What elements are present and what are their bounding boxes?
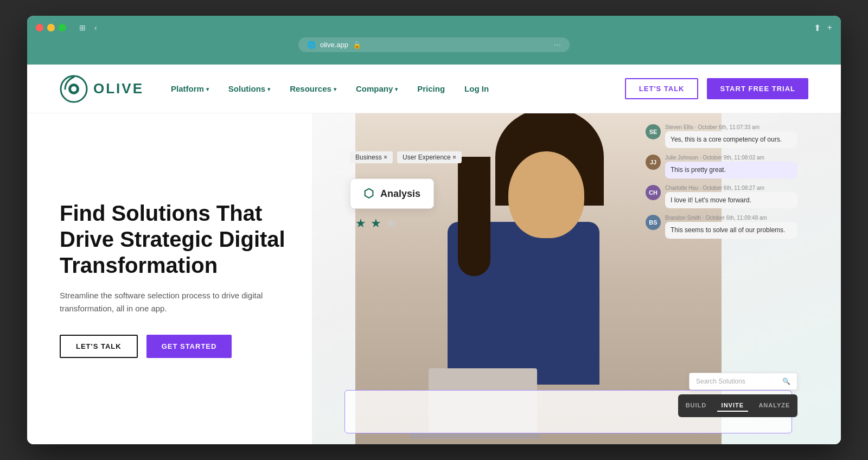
share-icon[interactable]: ⬆	[814, 23, 821, 33]
avatar-charlotte: CH	[646, 185, 661, 200]
hero-get-started-button[interactable]: GET STARTED	[146, 335, 232, 358]
chat-message-1: SE Steven Ellis · October 6th, 11:07:33 …	[646, 124, 797, 148]
hero-buttons: LET'S TALK GET STARTED	[60, 335, 309, 358]
browser-action-icons: ⬆ +	[814, 23, 832, 33]
chat-meta-4: Brandon Smith · October 6th, 11:09:48 am	[665, 215, 797, 221]
hero-visual: Business × User Experience × ⬡ Analysis …	[312, 113, 841, 444]
nav-company[interactable]: Company ▾	[356, 84, 398, 93]
chat-bubble-1: Yes, this is a core competency of ours.	[665, 131, 797, 148]
search-icon: 🔍	[782, 378, 790, 385]
chat-meta-3: Charlotte Hsu · October 6th, 11:08:27 am	[665, 185, 797, 191]
nav-login[interactable]: Log In	[464, 84, 489, 93]
svg-point-2	[71, 86, 76, 92]
browser-chrome: ⊞ ‹ ⬆ + 🌐 olive.app 🔒 ⋯	[27, 16, 841, 65]
globe-icon: 🌐	[307, 41, 316, 49]
hero-subtitle: Streamline the software selection proces…	[60, 289, 309, 315]
browser-window: ⊞ ‹ ⬆ + 🌐 olive.app 🔒 ⋯	[27, 16, 841, 444]
chat-message-4: BS Brandon Smith · October 6th, 11:09:48…	[646, 215, 797, 239]
nav-platform[interactable]: Platform ▾	[171, 84, 209, 93]
avatar-julie: JJ	[646, 155, 661, 170]
navigation: OLIVE Platform ▾ Solutions ▾ Resources ▾…	[27, 65, 841, 113]
lets-talk-button[interactable]: LET'S TALK	[625, 78, 699, 99]
chat-meta-2: Julie Johnson · October 9th, 11:08:02 am	[665, 155, 797, 161]
website-content: OLIVE Platform ▾ Solutions ▾ Resources ▾…	[27, 65, 841, 444]
search-placeholder: Search Solutions	[696, 378, 745, 385]
tag-business: Business ×	[350, 151, 393, 163]
tag-ux: User Experience ×	[397, 151, 462, 163]
more-icon: ⋯	[554, 41, 561, 49]
tab-invite[interactable]: INVITE	[717, 400, 748, 412]
hero-title: Find Solutions That Drive Strategic Digi…	[60, 200, 309, 278]
chat-panel: SE Steven Ellis · October 6th, 11:07:33 …	[646, 124, 797, 239]
chevron-down-icon: ▾	[206, 86, 209, 92]
hero-section: Find Solutions That Drive Strategic Digi…	[27, 113, 841, 444]
start-free-trial-button[interactable]: START FREE TRIAL	[707, 78, 808, 99]
browser-addressbar-row: 🌐 olive.app 🔒 ⋯	[27, 37, 841, 58]
minimize-button[interactable]	[47, 24, 55, 31]
logo-icon	[60, 75, 88, 103]
nav-cta-group: LET'S TALK START FREE TRIAL	[625, 78, 808, 99]
chat-message-3: CH Charlotte Hsu · October 6th, 11:08:27…	[646, 185, 797, 209]
chat-meta-1: Steven Ellis · October 6th, 11:07:33 am	[665, 124, 797, 130]
search-bar[interactable]: Search Solutions 🔍	[689, 373, 797, 390]
nav-resources[interactable]: Resources ▾	[290, 84, 336, 93]
lock-icon: 🔒	[353, 41, 361, 49]
browser-controls: ⊞ ‹	[77, 22, 99, 33]
chat-content-1: Steven Ellis · October 6th, 11:07:33 am …	[665, 124, 797, 148]
analysis-label: Analysis	[380, 188, 420, 200]
chat-bubble-4: This seems to solve all of our problems.	[665, 222, 797, 239]
analysis-card: ⬡ Analysis	[350, 178, 434, 209]
avatar-brandon: BS	[646, 215, 661, 230]
hero-content: Find Solutions That Drive Strategic Digi…	[27, 200, 342, 358]
logo[interactable]: OLIVE	[60, 75, 144, 103]
nav-pricing[interactable]: Pricing	[417, 84, 445, 93]
chevron-down-icon: ▾	[395, 86, 398, 92]
tab-analyze[interactable]: ANALYZE	[754, 400, 794, 412]
chat-bubble-3: I love it! Let's move forward.	[665, 192, 797, 209]
chat-content-2: Julie Johnson · October 9th, 11:08:02 am…	[665, 155, 797, 178]
browser-titlebar: ⊞ ‹ ⬆ +	[27, 16, 841, 37]
star-3: ★	[386, 216, 397, 231]
new-tab-icon[interactable]: +	[827, 23, 832, 33]
chevron-down-icon: ▾	[334, 86, 336, 92]
chat-content-3: Charlotte Hsu · October 6th, 11:08:27 am…	[665, 185, 797, 209]
chat-content-4: Brandon Smith · October 6th, 11:09:48 am…	[665, 215, 797, 239]
tab-bar: BUILD INVITE ANALYZE	[678, 394, 797, 417]
chevron-down-icon: ▾	[267, 86, 270, 92]
logo-text: OLIVE	[93, 80, 144, 97]
close-button[interactable]	[36, 24, 43, 31]
address-bar[interactable]: 🌐 olive.app 🔒 ⋯	[298, 37, 570, 52]
analysis-icon: ⬡	[363, 187, 374, 201]
nav-links: Platform ▾ Solutions ▾ Resources ▾ Compa…	[171, 84, 625, 93]
hero-lets-talk-button[interactable]: LET'S TALK	[60, 335, 138, 358]
stars-row: ★ ★ ★	[355, 216, 397, 231]
sidebar-toggle-icon[interactable]: ⊞	[77, 22, 88, 33]
chat-message-2: JJ Julie Johnson · October 9th, 11:08:02…	[646, 155, 797, 178]
traffic-lights	[36, 24, 66, 31]
avatar-steven: SE	[646, 124, 661, 139]
nav-solutions[interactable]: Solutions ▾	[228, 84, 270, 93]
tags-bar: Business × User Experience ×	[350, 151, 462, 163]
url-text: olive.app	[320, 41, 348, 49]
star-1: ★	[355, 216, 366, 231]
star-2: ★	[371, 216, 381, 231]
chat-bubble-2: This is pretty great.	[665, 162, 797, 178]
tab-build[interactable]: BUILD	[681, 400, 711, 412]
back-icon[interactable]: ‹	[92, 22, 99, 33]
app-overlay: Business × User Experience × ⬡ Analysis …	[334, 124, 797, 444]
maximize-button[interactable]	[59, 24, 66, 31]
